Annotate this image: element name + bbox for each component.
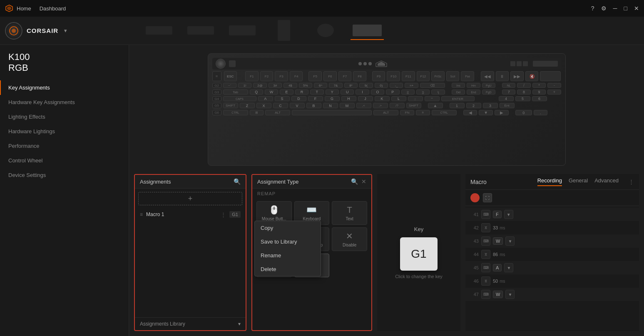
key-ralt[interactable]: ALT bbox=[373, 110, 398, 115]
settings-icon[interactable]: ⚙ bbox=[601, 5, 607, 12]
key-pause[interactable]: Pse bbox=[461, 71, 474, 81]
sidebar-item-hardware-lighting[interactable]: Hardware Lightings bbox=[0, 124, 129, 139]
type-disable-button[interactable]: ✕ Disable bbox=[332, 227, 367, 251]
macro-dir-btn-45[interactable]: ▼ bbox=[504, 263, 513, 272]
key-backslash[interactable]: \| bbox=[431, 90, 445, 95]
key-u[interactable]: U bbox=[341, 90, 354, 95]
key-g[interactable]: G bbox=[325, 96, 340, 101]
device-tab-3[interactable] bbox=[226, 22, 259, 40]
key-c[interactable]: C bbox=[273, 103, 288, 108]
key-f7[interactable]: F7 bbox=[338, 71, 352, 81]
assignment-type-search-icon[interactable]: 🔍 bbox=[351, 178, 358, 185]
key-rctrl[interactable]: CTRL bbox=[432, 110, 457, 115]
maximize-button[interactable]: □ bbox=[624, 5, 627, 12]
macro-action-btn-47[interactable]: ⌨ bbox=[481, 290, 490, 299]
key-display[interactable]: G1 bbox=[400, 237, 438, 271]
key-l[interactable]: L bbox=[391, 96, 406, 101]
key-lwin[interactable]: ⊞ bbox=[250, 110, 264, 115]
key-r[interactable]: R bbox=[295, 90, 308, 95]
key-g4[interactable]: G4 bbox=[212, 96, 221, 101]
nav-dashboard[interactable]: Dashboard bbox=[40, 5, 66, 12]
key-f2[interactable]: F2 bbox=[260, 71, 274, 81]
context-menu-save-library[interactable]: Save to Library bbox=[255, 235, 321, 249]
key-del[interactable]: Del bbox=[452, 90, 465, 95]
key-lbracket[interactable]: [{ bbox=[401, 90, 415, 95]
key-f[interactable]: F bbox=[308, 96, 323, 101]
numpad-enter[interactable]: Ent bbox=[500, 103, 515, 108]
minimize-button[interactable]: ─ bbox=[613, 5, 617, 12]
key-end[interactable]: End bbox=[467, 90, 480, 95]
key-q[interactable]: Q bbox=[250, 90, 263, 95]
key-backspace[interactable]: ⌫ bbox=[420, 83, 445, 88]
key-ins[interactable]: Ins bbox=[452, 83, 465, 88]
key-pgdn[interactable]: PgD bbox=[482, 90, 495, 95]
macro-more-icon[interactable]: ⋮ bbox=[629, 179, 634, 185]
keyboard-dial[interactable] bbox=[216, 59, 226, 69]
key-minus[interactable]: -_ bbox=[390, 83, 403, 88]
brand-dropdown-icon[interactable]: ▾ bbox=[64, 27, 67, 34]
key-5[interactable]: 5% bbox=[299, 83, 312, 88]
key-z[interactable]: Z bbox=[240, 103, 255, 108]
macro-action-btn-44[interactable]: ⧖ bbox=[481, 250, 490, 259]
key-6[interactable]: 6^ bbox=[314, 83, 327, 88]
sidebar-item-performance[interactable]: Performance bbox=[0, 139, 129, 153]
numpad-6[interactable]: 6 bbox=[532, 96, 547, 101]
add-assignment-button[interactable]: + bbox=[138, 192, 242, 205]
macro-dir-btn-41[interactable]: ▼ bbox=[504, 210, 513, 219]
key-f6[interactable]: F6 bbox=[323, 71, 337, 81]
key-space[interactable] bbox=[292, 110, 372, 115]
key-m[interactable]: M bbox=[340, 103, 355, 108]
key-media-2[interactable]: ⏸ bbox=[496, 71, 509, 81]
help-icon[interactable]: ? bbox=[591, 5, 594, 12]
key-quote[interactable]: '" bbox=[425, 96, 440, 101]
numpad-2[interactable]: 2 bbox=[466, 103, 481, 108]
device-tab-1[interactable] bbox=[142, 22, 176, 40]
numpad-8[interactable]: 8 bbox=[517, 90, 530, 95]
key-down[interactable]: ▼ bbox=[479, 110, 493, 115]
key-comma[interactable]: ,< bbox=[356, 103, 371, 108]
key-j[interactable]: J bbox=[358, 96, 373, 101]
expand-button[interactable]: ⛶ bbox=[483, 193, 492, 202]
numpad-dot[interactable]: . bbox=[534, 110, 548, 115]
key-0[interactable]: 0) bbox=[375, 83, 388, 88]
device-tab-4[interactable] bbox=[267, 22, 301, 40]
key-lalt[interactable]: ALT bbox=[265, 110, 290, 115]
key-f4[interactable]: F4 bbox=[290, 71, 303, 81]
key-f1[interactable]: F1 bbox=[245, 71, 259, 81]
key-home[interactable]: Hm bbox=[467, 83, 480, 88]
key-pgup[interactable]: PgU bbox=[482, 83, 495, 88]
key-slash[interactable]: /? bbox=[390, 103, 405, 108]
macro-dir-btn-43[interactable]: ▼ bbox=[505, 236, 515, 246]
key-rbracket[interactable]: ]} bbox=[416, 90, 430, 95]
numpad-3[interactable]: 3 bbox=[483, 103, 498, 108]
key-i[interactable]: I bbox=[356, 90, 369, 95]
sidebar-item-lighting[interactable]: Lighting Effects bbox=[0, 110, 129, 124]
key-prtsc[interactable]: PrtSc bbox=[431, 71, 445, 81]
key-left[interactable]: ◀ bbox=[463, 110, 477, 115]
key-2[interactable]: 2@ bbox=[253, 83, 266, 88]
key-g2[interactable]: G2 bbox=[212, 83, 221, 88]
key-right[interactable]: ▶ bbox=[495, 110, 509, 115]
key-semicolon[interactable]: ;: bbox=[408, 96, 423, 101]
key-t[interactable]: T bbox=[310, 90, 323, 95]
key-lshift[interactable]: SHIFT bbox=[223, 103, 238, 108]
sidebar-item-control-wheel[interactable]: Control Wheel bbox=[0, 153, 129, 168]
key-7[interactable]: 7& bbox=[329, 83, 342, 88]
key-volume[interactable] bbox=[540, 71, 561, 81]
numpad-div[interactable]: / bbox=[517, 83, 530, 88]
numpad-9[interactable]: 9 bbox=[532, 90, 546, 95]
context-menu-rename[interactable]: Rename bbox=[255, 249, 321, 262]
macro-action-btn-43[interactable]: ⌨ bbox=[481, 236, 490, 246]
assignment-item-macro1[interactable]: ≡ Macro 1 ⋮ G1 bbox=[137, 209, 244, 220]
key-v[interactable]: V bbox=[290, 103, 305, 108]
device-tab-2[interactable] bbox=[184, 22, 217, 40]
macro-action-btn-46[interactable]: ⧖ bbox=[481, 276, 490, 286]
key-9[interactable]: 9( bbox=[359, 83, 373, 88]
key-esc[interactable]: ESC bbox=[224, 71, 237, 81]
key-lctrl[interactable]: CTRL bbox=[223, 110, 248, 115]
key-scroll[interactable]: Scrl bbox=[446, 71, 460, 81]
key-f10[interactable]: F10 bbox=[387, 71, 400, 81]
key-f3[interactable]: F3 bbox=[275, 71, 288, 81]
key-change-hint[interactable]: Click to change the key bbox=[395, 274, 443, 279]
macro-action-btn-45[interactable]: ⌨ bbox=[481, 263, 490, 272]
